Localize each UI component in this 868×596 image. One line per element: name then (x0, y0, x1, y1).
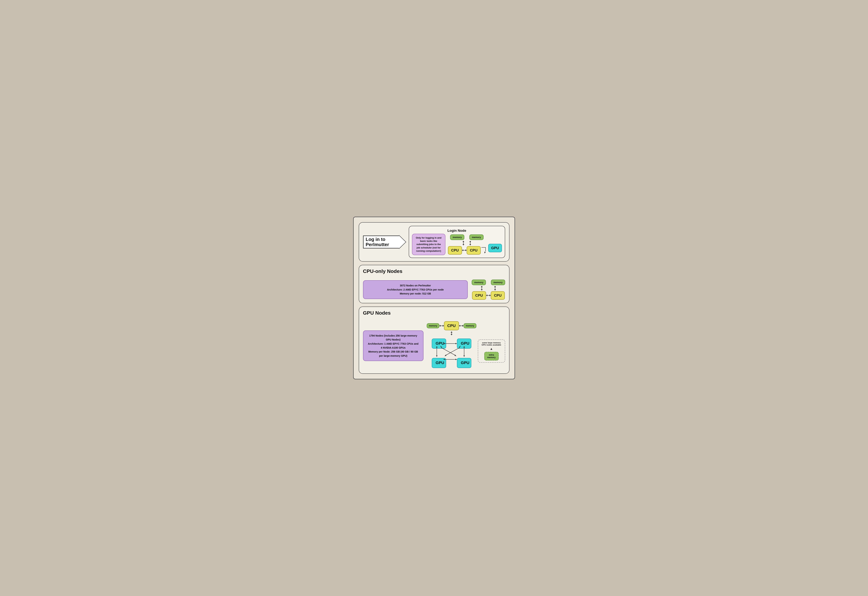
gpu-info-box: 1794 Nodes (includes 256 large-memory GP… (363, 330, 423, 361)
main-container: Log in to Perlmutter Login Node Only for… (353, 217, 515, 379)
login-mem-row: memory memory (450, 235, 484, 240)
gpu-cpu: CPU (444, 321, 459, 330)
login-cpu2: CPU (467, 246, 481, 255)
cpu-v-conn-row (481, 286, 496, 291)
gpu-diagram: memory CPU memory (427, 321, 476, 370)
cpu-cpu1: CPU (472, 291, 486, 300)
cpu-conn-v1 (481, 286, 483, 291)
login-cpu-diagram: memory memory (448, 235, 486, 255)
gpu-dashed-region: some large memory GPU nodes available ▲ … (478, 339, 505, 363)
login-cpu-conn (462, 249, 467, 251)
cpu-mem-row: memory memory (472, 280, 505, 285)
gpu-top-conn1 (439, 325, 444, 327)
gpu-top-row: memory CPU memory (427, 321, 476, 330)
gpu-info-line1: 1794 Nodes (includes 256 large-memory GP… (369, 334, 417, 341)
login-node-inner: Only for logging in and basic tasks like… (412, 234, 502, 255)
gpu-gpu4: GPU (457, 358, 471, 368)
gpu-top-conn2 (459, 325, 464, 327)
gpu-mem2: memory (464, 323, 476, 328)
login-v-conn-row (463, 241, 471, 245)
cpu-info-box: 3072 Nodes on Perlmutter Architecture: 2… (363, 280, 468, 299)
cpu-mem2: memory (491, 280, 505, 285)
gpu-gpu2: GPU (457, 339, 471, 349)
login-note-box: Only for logging in and basic tasks like… (412, 234, 445, 255)
login-arrow-body: Log in to Perlmutter (363, 236, 399, 248)
gpu-extra-memory-label: extra memory (487, 354, 495, 358)
cpu-section: CPU-only Nodes 3072 Nodes on Perlmutter … (359, 265, 509, 303)
gpu-dashed-icon: ▲ (490, 347, 493, 351)
login-gpu: GPU (488, 244, 502, 252)
cpu-section-heading: CPU-only Nodes (363, 268, 402, 274)
gpu-dashed-note: some large memory GPU nodes available (481, 342, 502, 346)
login-wrapper: Log in to Perlmutter Login Node Only for… (363, 226, 505, 258)
login-arrow: Log in to Perlmutter (363, 235, 406, 249)
cpu-mem1: memory (472, 280, 486, 285)
gpu-grid-wrapper: GPU GPU GPU GPU (429, 336, 474, 370)
login-node-title: Login Node (412, 229, 502, 233)
gpu-info-line3: Memory per Node: 256 GB (40 GB / 80 GB p… (368, 350, 418, 357)
login-heading: Log in to Perlmutter (366, 237, 399, 247)
login-conn-v1 (463, 241, 464, 245)
cpu-info-line1: 3072 Nodes on Perlmutter (400, 284, 431, 287)
cpu-cpu-row: CPU CPU (472, 291, 505, 300)
gpu-extra-memory: extra memory (484, 352, 499, 360)
login-node-box: Login Node Only for logging in and basic… (409, 226, 505, 258)
cpu-info-line3: Memory per node: 512 GB (400, 292, 431, 295)
login-right-conn (481, 247, 486, 253)
gpu-info-line2: Architecture: 1 AMD EPYC 7763 CPUs and 4… (368, 342, 418, 349)
login-gpu-wrapper: GPU (488, 237, 502, 252)
cpu-section-inner: 3072 Nodes on Perlmutter Architecture: 2… (363, 280, 505, 300)
gpu-section: GPU Nodes 1794 Nodes (includes 256 large… (359, 307, 509, 374)
gpu-gpu3: GPU (432, 358, 446, 368)
login-cpu-row: CPU CPU (448, 246, 486, 255)
gpu-cpu-v-conn (451, 331, 452, 335)
login-mem2: memory (469, 235, 484, 240)
login-conn-v2 (469, 241, 471, 245)
cpu-info-line2: Architecture: 2 AMD EPYC 7763 CPUs per n… (387, 288, 444, 291)
login-section: Log in to Perlmutter Login Node Only for… (359, 222, 509, 262)
login-arrow-head (399, 235, 406, 249)
gpu-content-row: 1794 Nodes (includes 256 large-memory GP… (363, 321, 505, 370)
gpu-gpu1: GPU (432, 339, 446, 349)
cpu-cpu-conn (486, 295, 491, 296)
gpu-mem1: memory (427, 323, 439, 328)
gpu-grid: GPU GPU GPU GPU (429, 336, 474, 370)
cpu-cpu2: CPU (491, 291, 505, 300)
login-cpu1: CPU (448, 246, 462, 255)
cpu-conn-v2 (494, 286, 496, 291)
cpu-diagram: memory memory (472, 280, 505, 300)
gpu-section-heading: GPU Nodes (363, 310, 391, 316)
login-mem1: memory (450, 235, 464, 240)
